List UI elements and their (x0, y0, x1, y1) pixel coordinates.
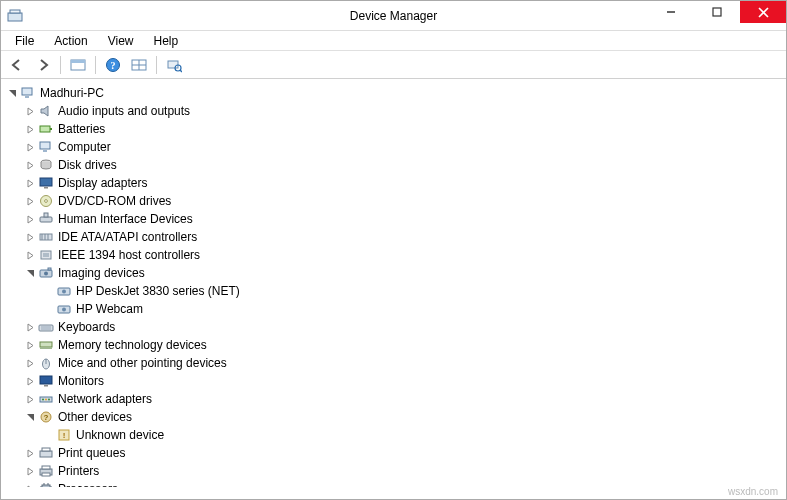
ide-icon (38, 229, 54, 245)
tree-item-memory-technology-devices[interactable]: Memory technology devices (24, 336, 785, 354)
tree-item-hp-webcam[interactable]: HP Webcam (42, 300, 785, 318)
window-controls (648, 1, 786, 23)
svg-rect-42 (39, 325, 53, 331)
expand-arrow-icon[interactable] (24, 375, 36, 387)
minimize-button[interactable] (648, 1, 694, 23)
svg-text:?: ? (111, 60, 116, 71)
tree-item-label: HP Webcam (76, 300, 143, 318)
menu-file[interactable]: File (5, 32, 44, 50)
collapse-arrow-icon[interactable] (24, 411, 36, 423)
tree-root-node[interactable]: Madhuri-PC (6, 84, 785, 102)
expand-arrow-icon[interactable] (24, 123, 36, 135)
tree-item-ieee-1394-host-controllers[interactable]: IEEE 1394 host controllers (24, 246, 785, 264)
battery-icon (38, 121, 54, 137)
tree-item-label: Unknown device (76, 426, 164, 444)
tree-item-hp-deskjet-3830-series-net[interactable]: HP DeskJet 3830 series (NET) (42, 282, 785, 300)
collapse-arrow-icon[interactable] (24, 267, 36, 279)
expand-arrow-icon[interactable] (24, 465, 36, 477)
printer-icon (38, 463, 54, 479)
svg-text:!: ! (63, 431, 66, 440)
memory-icon (38, 337, 54, 353)
tree-item-print-queues[interactable]: Print queues (24, 444, 785, 462)
tree-item-label: Human Interface Devices (58, 210, 193, 228)
svg-line-15 (180, 70, 182, 72)
tree-item-imaging-devices[interactable]: Imaging devices (24, 264, 785, 282)
expand-arrow-icon[interactable] (24, 249, 36, 261)
tree-item-audio-inputs-and-outputs[interactable]: Audio inputs and outputs (24, 102, 785, 120)
dvd-icon (38, 193, 54, 209)
mouse-icon (38, 355, 54, 371)
tree-item-processors[interactable]: Processors (24, 480, 785, 487)
tree-item-network-adapters[interactable]: Network adapters (24, 390, 785, 408)
unknown-icon: ! (56, 427, 72, 443)
expand-arrow-icon[interactable] (24, 339, 36, 351)
tree-item-computer[interactable]: Computer (24, 138, 785, 156)
tree-item-unknown-device[interactable]: !Unknown device (42, 426, 785, 444)
tree-item-display-adapters[interactable]: Display adapters (24, 174, 785, 192)
tree-item-printers[interactable]: Printers (24, 462, 785, 480)
svg-point-26 (45, 200, 48, 203)
svg-rect-50 (44, 385, 48, 387)
show-hidden-button[interactable] (66, 54, 90, 76)
expand-arrow-icon[interactable] (24, 141, 36, 153)
menu-action[interactable]: Action (44, 32, 97, 50)
svg-point-53 (45, 399, 47, 401)
tree-item-label: IDE ATA/ATAPI controllers (58, 228, 197, 246)
expand-arrow-icon[interactable] (24, 393, 36, 405)
monitor-icon (38, 373, 54, 389)
tree-item-human-interface-devices[interactable]: Human Interface Devices (24, 210, 785, 228)
ieee-icon (38, 247, 54, 263)
tree-pane[interactable]: Madhuri-PCAudio inputs and outputsBatter… (2, 80, 785, 487)
menu-view[interactable]: View (98, 32, 144, 50)
properties-button[interactable] (127, 54, 151, 76)
expand-arrow-icon[interactable] (24, 159, 36, 171)
tree-item-label: Computer (58, 138, 111, 156)
tree-item-label: Monitors (58, 372, 104, 390)
forward-button[interactable] (31, 54, 55, 76)
tree-item-dvd-cd-rom-drives[interactable]: DVD/CD-ROM drives (24, 192, 785, 210)
display-icon (38, 175, 54, 191)
tree-item-mice-and-other-pointing-devices[interactable]: Mice and other pointing devices (24, 354, 785, 372)
tree-item-label: Print queues (58, 444, 125, 462)
tree-item-batteries[interactable]: Batteries (24, 120, 785, 138)
svg-text:?: ? (44, 413, 49, 422)
tree-item-label: Madhuri-PC (40, 84, 104, 102)
printq-icon (38, 445, 54, 461)
scan-button[interactable] (162, 54, 186, 76)
close-button[interactable] (740, 1, 786, 23)
svg-point-54 (48, 399, 50, 401)
expand-arrow-icon[interactable] (24, 231, 36, 243)
toolbar: ? (1, 51, 786, 79)
maximize-button[interactable] (694, 1, 740, 23)
disk-icon (38, 157, 54, 173)
svg-rect-62 (42, 466, 50, 469)
expand-arrow-icon[interactable] (24, 321, 36, 333)
svg-rect-59 (40, 451, 52, 457)
svg-rect-13 (168, 61, 178, 68)
expand-arrow-icon[interactable] (24, 447, 36, 459)
imaging-dev-icon (56, 283, 72, 299)
help-button[interactable]: ? (101, 54, 125, 76)
svg-rect-16 (22, 88, 32, 95)
imaging-icon (38, 265, 54, 281)
expand-arrow-icon[interactable] (24, 213, 36, 225)
expand-arrow-icon[interactable] (24, 195, 36, 207)
tree-item-monitors[interactable]: Monitors (24, 372, 785, 390)
expand-arrow-icon[interactable] (24, 357, 36, 369)
back-button[interactable] (5, 54, 29, 76)
svg-rect-34 (43, 253, 49, 257)
tree-item-keyboards[interactable]: Keyboards (24, 318, 785, 336)
svg-rect-19 (50, 128, 52, 130)
tree-item-disk-drives[interactable]: Disk drives (24, 156, 785, 174)
tree-item-label: Imaging devices (58, 264, 145, 282)
collapse-arrow-icon[interactable] (6, 87, 18, 99)
svg-rect-27 (40, 217, 52, 222)
processor-icon (38, 481, 54, 487)
tree-item-other-devices[interactable]: ?Other devices (24, 408, 785, 426)
tree-item-ide-ata-atapi-controllers[interactable]: IDE ATA/ATAPI controllers (24, 228, 785, 246)
menu-help[interactable]: Help (144, 32, 189, 50)
expand-arrow-icon[interactable] (24, 177, 36, 189)
svg-rect-46 (40, 347, 52, 349)
expand-arrow-icon[interactable] (24, 483, 36, 487)
expand-arrow-icon[interactable] (24, 105, 36, 117)
